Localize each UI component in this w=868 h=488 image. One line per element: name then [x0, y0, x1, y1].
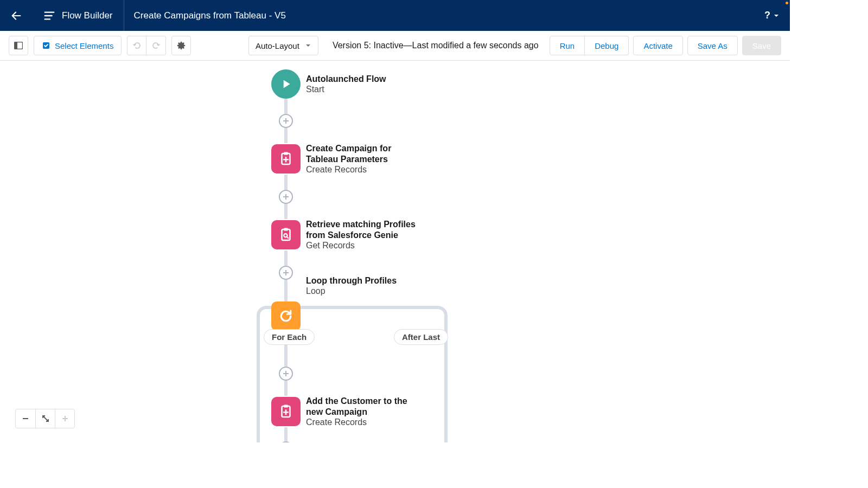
get1-title: Retrieve matching Profiles from Salesfor… — [306, 219, 425, 241]
minus-icon — [22, 415, 29, 422]
add-element-button[interactable] — [279, 266, 293, 280]
undo-icon — [132, 41, 141, 50]
select-icon — [42, 41, 50, 50]
brand-text: Flow Builder — [62, 10, 113, 21]
start-icon — [271, 69, 301, 99]
connector — [284, 175, 288, 190]
back-button[interactable] — [0, 0, 33, 31]
add-element-button[interactable] — [279, 367, 293, 381]
svg-line-14 — [287, 237, 289, 239]
add-element-button[interactable] — [279, 441, 293, 442]
brand: Flow Builder — [33, 0, 124, 31]
loop-node[interactable] — [271, 301, 597, 331]
arrow-left-icon — [10, 10, 22, 22]
plus-icon — [61, 415, 69, 422]
panel-icon — [14, 42, 23, 49]
activate-button[interactable]: Activate — [633, 36, 682, 55]
loop-title: Loop through Profiles — [306, 275, 397, 286]
zoom-out-button[interactable] — [16, 409, 35, 428]
redo-button[interactable] — [146, 36, 166, 55]
zoom-controls — [15, 409, 75, 428]
flow-builder-icon — [43, 10, 55, 22]
add-element-button[interactable] — [279, 114, 293, 128]
loop-sub: Loop — [306, 286, 397, 296]
create1-sub: Create Records — [306, 165, 425, 175]
navbar: Flow Builder Create Campaigns from Table… — [0, 0, 790, 31]
save-button[interactable]: Save — [742, 36, 781, 55]
redo-icon — [152, 41, 161, 50]
help-button[interactable]: ? — [764, 10, 790, 21]
svg-rect-11 — [282, 229, 290, 240]
zoom-in-button[interactable] — [55, 409, 74, 428]
settings-button[interactable] — [171, 36, 191, 55]
get-records-icon — [271, 220, 301, 249]
clipboard-search-icon — [278, 227, 294, 243]
get1-sub: Get Records — [306, 241, 425, 251]
connector — [284, 99, 288, 114]
fit-icon — [42, 415, 49, 422]
svg-rect-1 — [15, 42, 17, 49]
svg-rect-20 — [284, 405, 288, 408]
add-customer-node[interactable]: Add the Customer to the new Campaign Cre… — [271, 396, 597, 427]
undo-redo-group — [127, 36, 166, 55]
layout-mode-select[interactable]: Auto-Layout — [248, 36, 318, 55]
fit-button[interactable] — [35, 409, 55, 428]
select-elements-button[interactable]: Select Elements — [34, 36, 122, 55]
gear-icon — [177, 41, 186, 50]
play-icon — [279, 77, 293, 91]
after-last-label: After Last — [394, 329, 448, 345]
toggle-panel-button[interactable] — [9, 36, 28, 55]
save-as-button[interactable]: Save As — [687, 36, 738, 55]
add-element-button[interactable] — [279, 190, 293, 204]
select-elements-label: Select Elements — [55, 41, 113, 50]
create2-title: Add the Customer to the new Campaign — [306, 396, 425, 418]
svg-rect-12 — [284, 228, 288, 231]
connector — [284, 204, 288, 219]
undo-button[interactable] — [127, 36, 146, 55]
get-records-node[interactable]: Retrieve matching Profiles from Salesfor… — [271, 219, 597, 251]
refresh-icon — [278, 308, 294, 324]
connector — [284, 251, 288, 266]
connector — [284, 381, 288, 396]
chevron-down-icon — [305, 42, 311, 49]
notification-dot — [786, 2, 788, 4]
run-button[interactable]: Run — [550, 36, 585, 55]
start-sub: Start — [306, 85, 386, 94]
connector — [284, 427, 288, 441]
for-each-label: For Each — [264, 329, 315, 345]
create-records-icon — [271, 397, 301, 426]
create1-title: Create Campaign for Tableau Parameters — [306, 143, 425, 165]
debug-button[interactable]: Debug — [585, 36, 629, 55]
help-icon: ? — [764, 10, 770, 21]
loop-icon — [271, 301, 301, 331]
flow-column: Autolaunched Flow Start Create Campaign … — [271, 69, 597, 442]
svg-rect-6 — [284, 152, 288, 155]
create-records-icon — [271, 144, 301, 174]
create-campaign-node[interactable]: Create Campaign for Tableau Parameters C… — [271, 143, 597, 175]
svg-point-13 — [284, 234, 287, 237]
flow-canvas[interactable]: Autolaunched Flow Start Create Campaign … — [0, 61, 790, 442]
layout-mode-label: Auto-Layout — [256, 41, 299, 50]
connector — [284, 280, 288, 301]
start-title: Autolaunched Flow — [306, 74, 386, 85]
start-node[interactable]: Autolaunched Flow Start — [271, 69, 597, 99]
version-status: Version 5: Inactive—Last modified a few … — [333, 41, 539, 50]
flow-title: Create Campaigns from Tableau - V5 — [124, 10, 286, 21]
clipboard-plus-icon — [278, 151, 294, 167]
connector — [284, 128, 288, 143]
create2-sub: Create Records — [306, 418, 425, 427]
action-buttons: Run Debug Activate Save As Save — [550, 36, 781, 55]
toolbar: Select Elements Auto-Layout Version 5: I… — [0, 31, 790, 61]
chevron-down-icon — [774, 13, 779, 18]
clipboard-plus-icon — [278, 403, 294, 420]
